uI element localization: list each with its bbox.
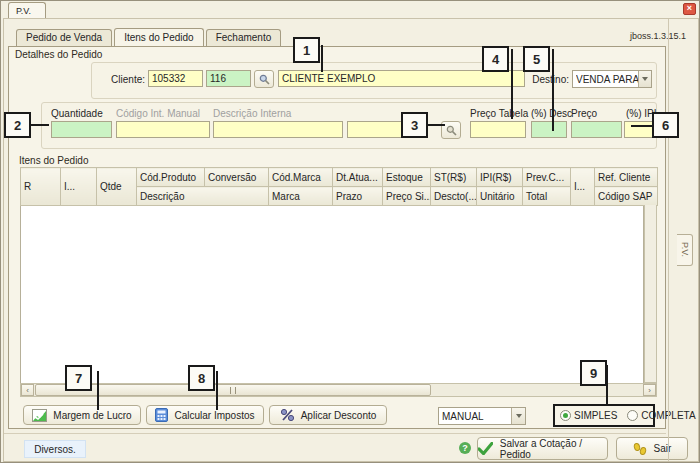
callout-1: 1 bbox=[293, 37, 320, 63]
calcular-impostos-button[interactable]: Calcular Impostos bbox=[146, 405, 264, 425]
preco-field[interactable] bbox=[571, 121, 622, 138]
itens-header: R I... Qtde Cód.Produto Conversão Cód.Ma… bbox=[20, 167, 658, 206]
col-ipi[interactable]: IPI(R$) bbox=[477, 168, 523, 187]
col-r[interactable]: R bbox=[21, 168, 61, 206]
col-total[interactable]: Total bbox=[523, 187, 571, 206]
calculator-icon bbox=[155, 408, 168, 422]
radio-selected-icon bbox=[560, 410, 571, 421]
callout-9: 9 bbox=[580, 360, 607, 386]
col-marca[interactable]: Marca bbox=[269, 187, 333, 206]
main-panel: jboss.1.3.15.1 Pedido de Venda Itens do … bbox=[3, 18, 699, 462]
search-icon bbox=[259, 74, 270, 85]
close-button[interactable]: × bbox=[683, 3, 696, 15]
col-cod-marca[interactable]: Cód.Marca bbox=[269, 168, 333, 187]
callout-line-1 bbox=[321, 45, 323, 72]
callout-line-8 bbox=[216, 371, 218, 410]
chevron-down-icon bbox=[516, 414, 522, 418]
col-i1[interactable]: I... bbox=[61, 168, 97, 206]
col-descricao[interactable]: Descrição bbox=[137, 187, 269, 206]
codigo-int-field[interactable] bbox=[116, 121, 210, 138]
preco-tabela-field[interactable] bbox=[470, 121, 526, 138]
callout-line-6 bbox=[631, 125, 654, 127]
col-ref-cliente[interactable]: Ref. Cliente bbox=[595, 168, 658, 187]
item-extra-field[interactable] bbox=[347, 121, 403, 138]
callout-6: 6 bbox=[652, 112, 679, 138]
tab-pedido-de-venda[interactable]: Pedido de Venda bbox=[16, 29, 112, 46]
check-icon bbox=[478, 442, 493, 455]
salvar-label: Salvar a Cotação / Pedido bbox=[500, 438, 607, 460]
scrollbar-grip-icon bbox=[230, 387, 236, 394]
col-conversao[interactable]: Conversão bbox=[205, 168, 269, 187]
side-tab-pv[interactable]: P.V. bbox=[677, 234, 693, 266]
window-tab-pv[interactable]: P.V. bbox=[8, 2, 46, 18]
impostos-label: Calcular Impostos bbox=[174, 410, 254, 421]
col-st[interactable]: ST(R$) bbox=[431, 168, 477, 187]
col-dt-atua[interactable]: Dt.Atua... bbox=[333, 168, 383, 187]
inner-tab-bar: Pedido de Venda Itens do Pedido Fechamen… bbox=[16, 29, 283, 46]
quantidade-label: Quantidade bbox=[51, 108, 103, 119]
cliente-nome-field[interactable]: CLIENTE EXEMPLO bbox=[278, 70, 525, 87]
itens-title: Itens do Pedido bbox=[19, 155, 89, 166]
scroll-right-button[interactable]: › bbox=[643, 384, 656, 396]
col-descto[interactable]: Descto(... bbox=[431, 187, 477, 206]
col-unitario[interactable]: Unitário bbox=[477, 187, 523, 206]
callout-5: 5 bbox=[523, 46, 550, 72]
preco-label: Preço bbox=[571, 108, 597, 119]
desc-percent-field[interactable] bbox=[531, 121, 567, 138]
callout-line-5 bbox=[552, 49, 554, 131]
callout-line-7 bbox=[97, 371, 99, 410]
col-preco-si[interactable]: Preço Si... bbox=[383, 187, 431, 206]
preco-tabela-label: Preço Tabela bbox=[470, 108, 528, 119]
quantidade-field[interactable] bbox=[51, 121, 112, 138]
help-icon[interactable]: ? bbox=[459, 442, 471, 454]
modo-radio-group: SIMPLES COMPLETA bbox=[553, 404, 655, 427]
radio-simples-label: SIMPLES bbox=[574, 410, 617, 421]
desconto-label: Aplicar Desconto bbox=[301, 410, 377, 421]
destino-dropdown-button[interactable] bbox=[638, 71, 651, 87]
descricao-interna-field[interactable] bbox=[213, 121, 343, 138]
salvar-button[interactable]: Salvar a Cotação / Pedido bbox=[477, 437, 608, 460]
profit-chart-icon bbox=[32, 409, 47, 422]
col-qtde[interactable]: Qtde bbox=[97, 168, 137, 206]
callout-2: 2 bbox=[4, 112, 31, 138]
callout-8: 8 bbox=[188, 365, 215, 391]
window-tab-label: P.V. bbox=[16, 6, 31, 16]
radio-simples[interactable]: SIMPLES bbox=[560, 410, 617, 421]
modo-dropdown-button[interactable] bbox=[511, 408, 525, 424]
search-icon bbox=[446, 125, 457, 136]
callout-3: 3 bbox=[401, 112, 428, 138]
aplicar-desconto-button[interactable]: Aplicar Desconto bbox=[269, 405, 387, 425]
callout-line-3 bbox=[427, 124, 445, 126]
margem-de-lucro-button[interactable]: Margem de Lucro bbox=[23, 405, 141, 425]
vertical-scrollbar[interactable] bbox=[644, 205, 657, 383]
diversos-button[interactable]: Diversos. bbox=[24, 440, 86, 458]
col-prev-c[interactable]: Prev.C... bbox=[523, 168, 571, 187]
radio-unselected-icon bbox=[627, 410, 638, 421]
col-prazo[interactable]: Prazo bbox=[333, 187, 383, 206]
tab-itens-do-pedido[interactable]: Itens do Pedido bbox=[114, 28, 204, 46]
destino-label: Destino: bbox=[529, 74, 569, 85]
horizontal-scrollbar: ‹ › bbox=[20, 383, 657, 397]
tab-pane-itens: Detalhes do Pedido Cliente: 105332 116 C… bbox=[8, 46, 666, 429]
side-strip: P.V. bbox=[668, 19, 699, 461]
col-codigo-sap[interactable]: Código SAP bbox=[595, 187, 658, 206]
detalhes-title: Detalhes do Pedido bbox=[15, 49, 102, 60]
tab-fechamento[interactable]: Fechamento bbox=[206, 29, 282, 46]
destino-select[interactable]: VENDA PARA REVEN... bbox=[572, 70, 652, 88]
scrollbar-thumb[interactable] bbox=[35, 384, 431, 396]
col-estoque[interactable]: Estoque bbox=[383, 168, 431, 187]
descricao-interna-label: Descrição Interna bbox=[213, 108, 291, 119]
percent-icon bbox=[280, 408, 295, 422]
callout-line-2 bbox=[29, 124, 49, 126]
col-cod-produto[interactable]: Cód.Produto bbox=[137, 168, 205, 187]
modo-select[interactable]: MANUAL bbox=[438, 407, 526, 425]
col-i2[interactable]: I... bbox=[571, 168, 595, 206]
footer-bar: Diversos. ? Salvar a Cotação / Pedido Sa… bbox=[4, 433, 666, 462]
itens-table-body[interactable] bbox=[20, 206, 644, 384]
modo-value: MANUAL bbox=[442, 411, 484, 422]
cliente-loja-field[interactable]: 116 bbox=[206, 70, 251, 87]
footprints-icon bbox=[633, 442, 647, 456]
cliente-codigo-field[interactable]: 105332 bbox=[148, 70, 203, 87]
scroll-left-button[interactable]: ‹ bbox=[21, 384, 34, 396]
cliente-search-button[interactable] bbox=[254, 70, 274, 88]
